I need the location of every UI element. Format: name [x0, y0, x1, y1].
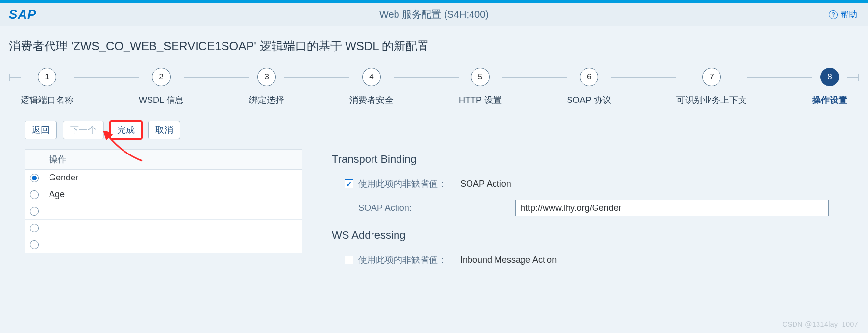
checkbox-use-nondefault-inbound[interactable]	[345, 256, 353, 264]
wizard-connector	[747, 77, 812, 78]
table-header-operation: 操作	[44, 150, 302, 170]
wizard-step-5[interactable]: 5 HTTP 设置	[459, 68, 502, 106]
operation-cell: Age	[44, 186, 302, 203]
back-button[interactable]: 返回	[25, 121, 57, 139]
wizard-step-label: WSDL 信息	[139, 94, 184, 106]
operation-cell: Gender	[44, 170, 302, 186]
wizard-step-number: 2	[152, 68, 171, 86]
table-row[interactable]	[25, 203, 302, 220]
wizard-progress: 1 逻辑端口名称 2 WSDL 信息 3 绑定选择 4 消费者安全 5 HTTP…	[0, 63, 868, 121]
soap-action-row: SOAP Action:	[332, 197, 829, 229]
radio-icon[interactable]	[30, 207, 39, 216]
next-button[interactable]: 下一个	[63, 121, 104, 139]
use-nondefault-label: 使用此项的非缺省值：	[358, 178, 446, 190]
page-title: 消费者代理 'ZWS_CO_WEB_SERVICE1SOAP' 逻辑端口的基于 …	[0, 26, 868, 63]
section-title-wsaddressing: WS Addressing	[332, 229, 829, 247]
table-row[interactable]: Gender	[25, 170, 302, 186]
wizard-step-number: 7	[702, 68, 721, 86]
sap-logo: SAP	[9, 7, 36, 22]
wizard-step-4[interactable]: 4 消费者安全	[349, 68, 394, 106]
radio-icon[interactable]	[30, 240, 39, 249]
wizard-connector	[502, 77, 567, 78]
radio-icon[interactable]	[30, 224, 39, 232]
table-row[interactable]	[25, 236, 302, 253]
wizard-start-cap	[9, 77, 21, 78]
wizard-step-number: 5	[471, 68, 490, 86]
action-bar: 返回 下一个 完成 取消	[0, 121, 868, 139]
wizard-connector	[611, 77, 676, 78]
operations-panel: 操作 Gender Age	[25, 149, 302, 273]
operation-cell	[44, 236, 302, 253]
use-nondefault-value: SOAP Action	[460, 179, 511, 189]
content-columns: 操作 Gender Age	[0, 139, 868, 273]
use-nondefault-row: 使用此项的非缺省值： Inbound Message Action	[332, 247, 829, 273]
wizard-step-3[interactable]: 3 绑定选择	[249, 68, 284, 106]
wizard-step-label: 消费者安全	[349, 94, 394, 106]
operations-table: 操作 Gender Age	[25, 149, 302, 253]
use-nondefault-value: Inbound Message Action	[460, 255, 557, 265]
wizard-step-label: HTTP 设置	[459, 94, 502, 106]
table-row[interactable]	[25, 220, 302, 236]
operation-cell	[44, 203, 302, 220]
wizard-step-label: 逻辑端口名称	[21, 94, 74, 106]
soap-action-label: SOAP Action:	[358, 203, 515, 213]
wizard-step-number: 1	[38, 68, 56, 86]
details-panel: Transport Binding 使用此项的非缺省值： SOAP Action…	[332, 149, 843, 273]
radio-icon[interactable]	[30, 174, 39, 182]
checkbox-use-nondefault-soap[interactable]	[345, 179, 353, 188]
wizard-connector	[74, 77, 139, 78]
wizard-step-number: 4	[362, 68, 381, 86]
section-title-transport: Transport Binding	[332, 153, 829, 171]
wizard-step-number: 6	[580, 68, 598, 86]
wizard-step-label: 绑定选择	[249, 94, 284, 106]
wizard-step-2[interactable]: 2 WSDL 信息	[139, 68, 184, 106]
help-link[interactable]: ? 帮助	[829, 9, 857, 20]
help-label: 帮助	[841, 9, 857, 20]
wizard-step-label: 可识别业务上下文	[676, 94, 747, 106]
shell-title: Web 服务配置 (S4H;400)	[379, 8, 489, 21]
use-nondefault-label: 使用此项的非缺省值：	[358, 254, 446, 266]
wizard-connector	[184, 77, 249, 78]
shell-bar: SAP Web 服务配置 (S4H;400) ? 帮助	[0, 3, 868, 26]
wizard-step-number: 3	[257, 68, 276, 86]
wizard-step-label: SOAP 协议	[567, 94, 611, 106]
wizard-step-7[interactable]: 7 可识别业务上下文	[676, 68, 747, 106]
wizard-end-cap	[847, 77, 859, 78]
soap-action-input[interactable]	[515, 200, 829, 216]
use-nondefault-row: 使用此项的非缺省值： SOAP Action	[332, 171, 829, 197]
wizard-step-1[interactable]: 1 逻辑端口名称	[21, 68, 74, 106]
finish-button[interactable]: 完成	[110, 121, 142, 139]
wizard-connector	[284, 77, 349, 78]
radio-icon[interactable]	[30, 190, 39, 199]
wizard-connector	[394, 77, 459, 78]
wizard-step-label: 操作设置	[812, 94, 847, 106]
wizard-step-8[interactable]: 8 操作设置	[812, 68, 847, 106]
help-icon: ?	[829, 10, 838, 19]
table-row[interactable]: Age	[25, 186, 302, 203]
cancel-button[interactable]: 取消	[148, 121, 180, 139]
wizard-step-number: 8	[820, 68, 839, 86]
operation-cell	[44, 220, 302, 236]
watermark: CSDN @1314lay_1007	[782, 320, 858, 328]
table-header-select	[25, 150, 44, 170]
wizard-step-6[interactable]: 6 SOAP 协议	[567, 68, 611, 106]
